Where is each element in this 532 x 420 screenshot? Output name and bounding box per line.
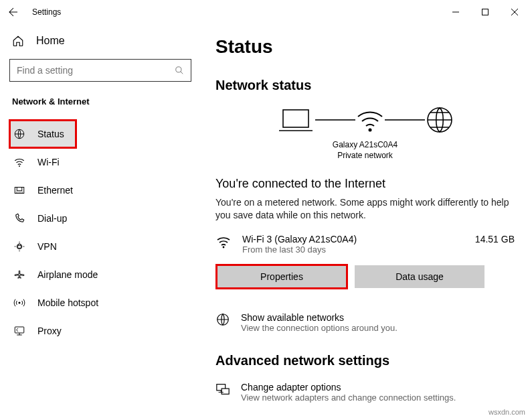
router-name: Galaxy A21sC0A4	[215, 140, 515, 151]
svg-rect-10	[283, 110, 308, 127]
proxy-icon	[13, 325, 25, 337]
sidebar-item-status[interactable]: Status	[9, 120, 76, 148]
dialup-icon	[13, 212, 25, 224]
titlebar-left: Settings	[5, 4, 61, 20]
minimize-icon	[452, 9, 459, 15]
sidebar-item-ethernet[interactable]: Ethernet	[9, 176, 191, 204]
home-icon	[12, 35, 24, 47]
watermark: wsxdn.com	[489, 408, 525, 416]
wifi-usage: 14.51 GB	[475, 234, 515, 244]
maximize-icon	[482, 9, 489, 15]
globe-icon	[425, 105, 454, 135]
window-title: Settings	[32, 7, 61, 17]
sidebar-item-label: Wi-Fi	[37, 157, 60, 167]
globe-icon	[215, 312, 230, 333]
adapter-sub: View network adapters and change connect…	[241, 393, 456, 403]
globe-icon	[13, 128, 25, 140]
search-box[interactable]	[9, 59, 191, 82]
network-type: Private network	[215, 151, 515, 161]
sidebar-item-airplane[interactable]: Airplane mode	[9, 261, 191, 289]
sidebar-item-label: Status	[37, 129, 64, 139]
adapter-title: Change adapter options	[241, 382, 456, 393]
diagram-caption: Galaxy A21sC0A4 Private network	[215, 140, 515, 161]
sidebar-item-proxy[interactable]: Proxy	[9, 317, 191, 345]
titlebar: Settings	[0, 0, 532, 24]
sidebar-item-wifi[interactable]: Wi-Fi	[9, 148, 191, 176]
sidebar-item-label: Dial-up	[37, 213, 67, 224]
svg-rect-16	[221, 389, 229, 394]
available-title: Show available networks	[241, 312, 397, 323]
category-title: Network & Internet	[9, 96, 191, 107]
svg-point-8	[19, 302, 21, 304]
close-button[interactable]	[500, 2, 529, 22]
search-input[interactable]	[17, 65, 167, 76]
laptop-icon	[276, 106, 315, 134]
window-controls	[441, 2, 529, 22]
sidebar-item-label: Airplane mode	[37, 269, 98, 280]
adapter-options-row[interactable]: Change adapter options View network adap…	[215, 382, 515, 403]
svg-point-3	[19, 165, 20, 167]
button-row: Properties Data usage	[217, 265, 515, 288]
wifi-icon	[355, 106, 385, 134]
sidebar-item-dialup[interactable]: Dial-up	[9, 204, 191, 232]
wifi-icon	[215, 234, 232, 250]
sidebar-item-label: Ethernet	[37, 185, 73, 196]
connected-desc: You're on a metered network. Some apps m…	[215, 196, 515, 222]
close-icon	[511, 9, 518, 15]
network-status-title: Network status	[215, 78, 515, 93]
available-networks-row[interactable]: Show available networks View the connect…	[215, 312, 515, 333]
sidebar-item-label: Mobile hotspot	[37, 297, 98, 308]
diagram-line	[315, 119, 355, 121]
sidebar-item-label: VPN	[37, 241, 57, 252]
network-diagram	[215, 105, 515, 135]
adapter-icon	[215, 382, 230, 403]
home-label: Home	[36, 35, 65, 47]
advanced-title: Advanced network settings	[215, 353, 515, 368]
maximize-button[interactable]	[470, 2, 500, 22]
arrow-left-icon	[7, 6, 19, 18]
content: Status Network status Galaxy A21sC0A4 Pr…	[201, 24, 532, 420]
svg-rect-5	[17, 188, 22, 191]
wifi-name: Wi-Fi 3 (Galaxy A21sC0A4)	[242, 234, 464, 244]
sidebar-item-vpn[interactable]: VPN	[9, 232, 191, 261]
adapter-text: Change adapter options View network adap…	[241, 382, 456, 403]
wifi-icon	[13, 156, 25, 168]
available-sub: View the connection options around you.	[241, 323, 397, 333]
svg-rect-9	[15, 327, 24, 333]
svg-rect-0	[482, 9, 489, 15]
data-usage-button[interactable]: Data usage	[355, 265, 484, 288]
available-text: Show available networks View the connect…	[241, 312, 397, 333]
wifi-connection-row: Wi-Fi 3 (Galaxy A21sC0A4) From the last …	[215, 234, 515, 255]
back-button[interactable]	[5, 4, 21, 20]
diagram-line	[385, 119, 425, 121]
hotspot-icon	[13, 297, 25, 309]
airplane-icon	[13, 269, 25, 281]
page-title: Status	[215, 36, 515, 58]
home-link[interactable]: Home	[9, 31, 191, 59]
wifi-sub: From the last 30 days	[242, 244, 464, 255]
sidebar: Home Network & Internet Status Wi-Fi Eth…	[0, 24, 201, 420]
svg-rect-7	[18, 246, 21, 249]
svg-point-1	[176, 67, 181, 72]
sidebar-item-hotspot[interactable]: Mobile hotspot	[9, 289, 191, 317]
svg-point-11	[368, 129, 371, 132]
minimize-button[interactable]	[441, 2, 470, 22]
sidebar-item-label: Proxy	[37, 326, 62, 336]
main-area: Home Network & Internet Status Wi-Fi Eth…	[0, 24, 532, 420]
properties-button[interactable]: Properties	[217, 265, 347, 288]
ethernet-icon	[13, 184, 25, 196]
svg-point-13	[223, 247, 225, 249]
search-icon	[175, 66, 184, 75]
vpn-icon	[13, 240, 25, 253]
wifi-text: Wi-Fi 3 (Galaxy A21sC0A4) From the last …	[242, 234, 464, 255]
connected-title: You're connected to the Internet	[215, 177, 515, 191]
